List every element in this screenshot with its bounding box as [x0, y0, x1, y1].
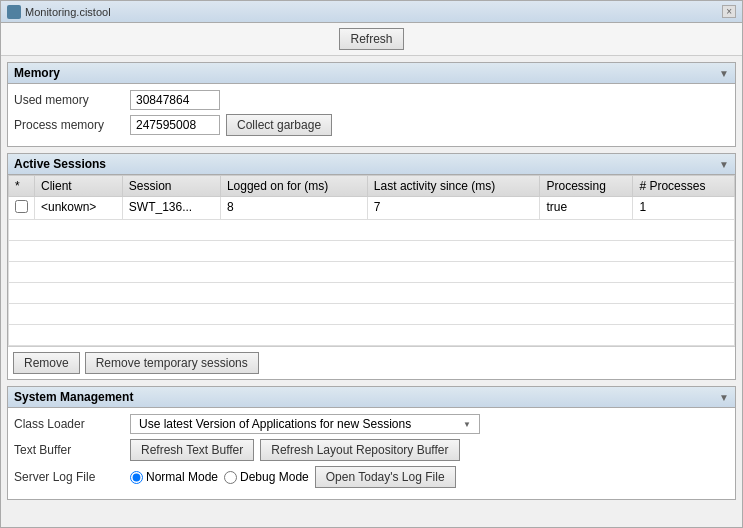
- normal-mode-label: Normal Mode: [146, 470, 218, 484]
- debug-mode-label: Debug Mode: [240, 470, 309, 484]
- title-bar: Monitoring.cistool ×: [1, 1, 742, 23]
- sessions-table: * Client Session Logged on for (ms) Last…: [8, 175, 735, 346]
- row-checkbox[interactable]: [15, 200, 28, 213]
- process-memory-row: Process memory 247595008 Collect garbage: [14, 114, 729, 136]
- toolbar: Refresh: [1, 23, 742, 56]
- empty-row-5: [9, 304, 735, 325]
- class-loader-label: Class Loader: [14, 417, 124, 431]
- empty-row-4: [9, 283, 735, 304]
- sessions-section-header: Active Sessions ▼: [8, 154, 735, 175]
- sessions-footer: Remove Remove temporary sessions: [8, 346, 735, 379]
- class-loader-controls: Use latest Version of Applications for n…: [130, 414, 480, 434]
- main-window: Monitoring.cistool × Refresh Memory ▼ Us…: [0, 0, 743, 528]
- window-icon: [7, 5, 21, 19]
- col-processing: Processing: [540, 176, 633, 197]
- used-memory-row: Used memory 30847864: [14, 90, 729, 110]
- text-buffer-label: Text Buffer: [14, 443, 124, 457]
- memory-section-header: Memory ▼: [8, 63, 735, 84]
- normal-mode-radio[interactable]: [130, 471, 143, 484]
- text-buffer-row: Text Buffer Refresh Text Buffer Refresh …: [14, 439, 729, 461]
- memory-section: Memory ▼ Used memory 30847864 Process me…: [7, 62, 736, 147]
- used-memory-value: 30847864: [130, 90, 220, 110]
- row-logged-on: 8: [220, 197, 367, 220]
- table-row: <unkown> SWT_136... 8 7 true 1: [9, 197, 735, 220]
- row-session: SWT_136...: [122, 197, 220, 220]
- system-management-section: System Management ▼ Class Loader Use lat…: [7, 386, 736, 500]
- remove-button[interactable]: Remove: [13, 352, 80, 374]
- class-loader-row: Class Loader Use latest Version of Appli…: [14, 414, 729, 434]
- sessions-title: Active Sessions: [14, 157, 106, 171]
- row-processing: true: [540, 197, 633, 220]
- col-star: *: [9, 176, 35, 197]
- server-log-controls: Normal Mode Debug Mode Open Today's Log …: [130, 466, 456, 488]
- memory-section-body: Used memory 30847864 Process memory 2475…: [8, 84, 735, 146]
- empty-row-6: [9, 325, 735, 346]
- close-button[interactable]: ×: [722, 5, 736, 18]
- used-memory-label: Used memory: [14, 93, 124, 107]
- text-buffer-controls: Refresh Text Buffer Refresh Layout Repos…: [130, 439, 460, 461]
- dropdown-chevron-icon: ▼: [463, 420, 471, 429]
- content-area: Memory ▼ Used memory 30847864 Process me…: [1, 56, 742, 527]
- system-management-body: Class Loader Use latest Version of Appli…: [8, 408, 735, 499]
- sessions-chevron-icon: ▼: [719, 159, 729, 170]
- refresh-button[interactable]: Refresh: [339, 28, 403, 50]
- col-logged-on: Logged on for (ms): [220, 176, 367, 197]
- collect-garbage-button[interactable]: Collect garbage: [226, 114, 332, 136]
- debug-mode-radio[interactable]: [224, 471, 237, 484]
- col-num-processes: # Processes: [633, 176, 735, 197]
- normal-mode-radio-label[interactable]: Normal Mode: [130, 470, 218, 484]
- debug-mode-radio-label[interactable]: Debug Mode: [224, 470, 309, 484]
- row-last-activity: 7: [367, 197, 540, 220]
- remove-temp-button[interactable]: Remove temporary sessions: [85, 352, 259, 374]
- server-log-label: Server Log File: [14, 470, 124, 484]
- process-memory-value: 247595008: [130, 115, 220, 135]
- empty-row-2: [9, 241, 735, 262]
- class-loader-dropdown[interactable]: Use latest Version of Applications for n…: [130, 414, 480, 434]
- row-client: <unkown>: [35, 197, 123, 220]
- empty-row-3: [9, 262, 735, 283]
- window-title: Monitoring.cistool: [25, 6, 718, 18]
- memory-chevron-icon: ▼: [719, 68, 729, 79]
- system-management-chevron-icon: ▼: [719, 392, 729, 403]
- class-loader-value: Use latest Version of Applications for n…: [139, 417, 411, 431]
- sessions-table-wrapper: * Client Session Logged on for (ms) Last…: [8, 175, 735, 346]
- refresh-layout-buffer-button[interactable]: Refresh Layout Repository Buffer: [260, 439, 459, 461]
- row-num-processes: 1: [633, 197, 735, 220]
- sessions-table-header: * Client Session Logged on for (ms) Last…: [9, 176, 735, 197]
- col-client: Client: [35, 176, 123, 197]
- row-checkbox-cell[interactable]: [9, 197, 35, 220]
- sessions-section: Active Sessions ▼ * Client Session Logge…: [7, 153, 736, 380]
- server-log-row: Server Log File Normal Mode Debug Mode O…: [14, 466, 729, 488]
- system-management-title: System Management: [14, 390, 133, 404]
- system-management-header: System Management ▼: [8, 387, 735, 408]
- open-log-button[interactable]: Open Today's Log File: [315, 466, 456, 488]
- refresh-text-buffer-button[interactable]: Refresh Text Buffer: [130, 439, 254, 461]
- col-last-activity: Last activity since (ms): [367, 176, 540, 197]
- empty-row-1: [9, 220, 735, 241]
- memory-title: Memory: [14, 66, 60, 80]
- process-memory-label: Process memory: [14, 118, 124, 132]
- col-session: Session: [122, 176, 220, 197]
